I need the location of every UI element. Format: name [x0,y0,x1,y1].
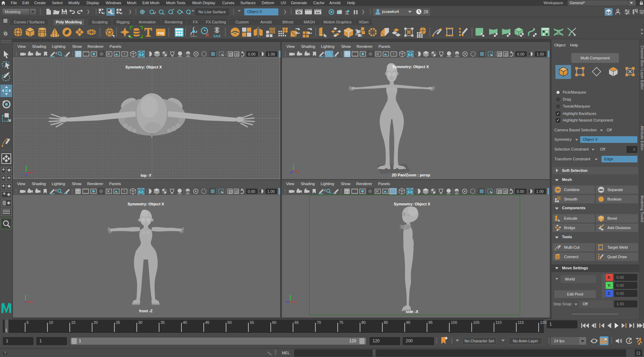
svg-text:Y: Y [25,165,28,168]
svg-text:z: z [25,175,27,177]
svg-text:Y: Y [293,164,295,167]
svg-text:x: x [299,171,300,174]
svg-text:x: x [32,300,34,304]
svg-text:Y: Y [290,294,292,298]
svg-text:IPR: IPR [316,12,320,14]
svg-text:Y: Y [25,294,27,298]
svg-text:z: z [289,172,291,175]
svg-text:x: x [33,171,35,174]
svg-text:x: x [297,300,298,304]
svg-text:z: z [285,300,287,304]
